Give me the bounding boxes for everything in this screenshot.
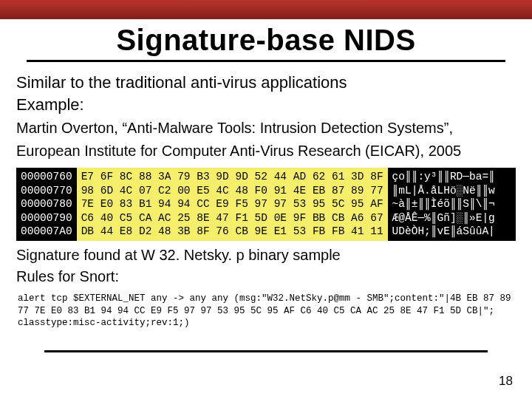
hex-bytes: E7 6F 8C 88 3A 79 B3 9D 9D 52 44 AD 62 6… [77, 168, 388, 241]
top-accent-bar [0, 0, 532, 19]
slide-body: Similar to the traditional anti-virus ap… [0, 72, 532, 330]
hex-dump: 00000760 00000770 00000780 00000790 0000… [16, 168, 516, 241]
snort-rule: alert tcp $EXTERNAL_NET any -> any any (… [18, 293, 514, 330]
footer-rule [44, 350, 488, 352]
rules-caption: Rules for Snort: [16, 268, 516, 285]
hex-ascii: ço║║:y³║║RD─ba=║ ║mL|Å.åLHö░Në║║w ~à║±║║… [388, 168, 499, 241]
slide-title: Signature-base NIDS [0, 24, 532, 57]
citation-line-1: Martin Overton, “Anti-Malware Tools: Int… [16, 119, 516, 137]
hex-addresses: 00000760 00000770 00000780 00000790 0000… [16, 168, 77, 241]
page-number: 18 [499, 374, 513, 389]
paragraph-2: Example: [16, 95, 516, 115]
title-underline [27, 60, 505, 62]
signature-caption: Signature found at W 32. Netsky. p binar… [16, 247, 516, 264]
paragraph-1: Similar to the traditional anti-virus ap… [16, 72, 516, 93]
citation-line-2: European Institute for Computer Anti-Vir… [16, 142, 516, 160]
